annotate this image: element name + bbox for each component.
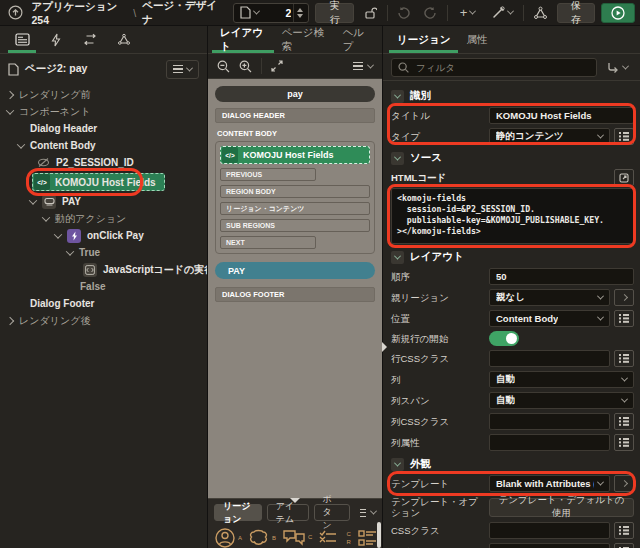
tab-region[interactable]: リージョン: [389, 26, 458, 53]
position-select[interactable]: Content Body: [489, 310, 610, 327]
sequence-input[interactable]: [489, 268, 634, 285]
html-code-textarea[interactable]: <komoju-fields session-id=&P2_SESSION_ID…: [391, 188, 634, 244]
canvas-pay-button[interactable]: PAY: [215, 262, 375, 279]
utilities-menu-button[interactable]: [487, 3, 517, 23]
shared-components-icon[interactable]: [530, 3, 551, 23]
page-number-input[interactable]: [259, 6, 293, 20]
css-classes-list-button[interactable]: [614, 522, 634, 539]
code-editor-popup-button[interactable]: [614, 169, 634, 186]
tree-item-pay-button[interactable]: PAY: [0, 193, 207, 210]
chevron-down-icon[interactable]: [367, 61, 374, 68]
undo-icon[interactable]: [393, 3, 414, 23]
chevron-right-icon[interactable]: [6, 90, 14, 98]
zoom-in-icon[interactable]: [239, 60, 252, 73]
tab-dynamic-actions[interactable]: [42, 26, 70, 53]
layout-slot-region-content[interactable]: リージョン・コンテンツ: [220, 202, 370, 215]
start-new-row-toggle[interactable]: [489, 331, 519, 346]
position-list-button[interactable]: [614, 310, 634, 327]
collapse-icon[interactable]: [391, 251, 404, 264]
tab-page-shared-components[interactable]: [110, 26, 138, 53]
template-defaults-button[interactable]: テンプレート・デフォルトの使用: [489, 498, 634, 517]
tab-processing[interactable]: [76, 26, 104, 53]
layout-slot-previous[interactable]: PREVIOUS: [220, 168, 316, 181]
gallery-splitter-handle[interactable]: [290, 498, 300, 503]
tree-item-p2-session-id[interactable]: P2_SESSION_ID: [0, 154, 207, 171]
canvas-dialog-footer[interactable]: DIALOG FOOTER: [215, 287, 375, 302]
upgrade-arrow-icon[interactable]: [5, 3, 26, 23]
gallery-item[interactable]: B: [248, 527, 276, 548]
lock-icon[interactable]: [360, 3, 381, 23]
page-finder-icon[interactable]: [236, 3, 254, 23]
icon-list-button[interactable]: [614, 543, 634, 548]
collapse-icon[interactable]: [391, 90, 404, 103]
section-identification[interactable]: 識別: [391, 89, 634, 103]
tree-item-components[interactable]: コンポーネント: [0, 103, 207, 120]
tree-item-dialog-footer[interactable]: Dialog Footer: [0, 295, 207, 312]
panel-splitter-handle[interactable]: [382, 342, 387, 352]
chevron-down-icon[interactable]: [17, 140, 25, 148]
go-to-group-button[interactable]: [603, 62, 632, 73]
collapse-icon[interactable]: [391, 458, 404, 471]
tree-menu-button[interactable]: [166, 60, 199, 79]
chevron-down-icon[interactable]: [6, 106, 14, 114]
row-css-list-button[interactable]: [614, 350, 634, 367]
chevron-down-icon[interactable]: [42, 213, 50, 221]
tab-help[interactable]: ヘルプ: [335, 26, 378, 53]
type-select[interactable]: 静的コンテンツ: [489, 128, 610, 145]
col-css-input[interactable]: [489, 413, 610, 430]
section-source[interactable]: ソース: [391, 151, 634, 165]
canvas-page-pill[interactable]: pay: [215, 86, 375, 102]
save-and-run-button[interactable]: [601, 3, 635, 23]
title-input[interactable]: [489, 107, 634, 124]
tree-item-true-branch[interactable]: True: [0, 244, 207, 261]
tree-item-dialog-header[interactable]: Dialog Header: [0, 120, 207, 137]
template-go-button[interactable]: [614, 475, 634, 492]
col-span-select[interactable]: 自動: [489, 392, 634, 409]
collapse-icon[interactable]: [391, 152, 404, 165]
gallery-tab-buttons[interactable]: ボタン: [314, 504, 350, 521]
section-appearance[interactable]: 外観: [391, 457, 634, 471]
column-select[interactable]: 自動: [489, 371, 634, 388]
tab-attributes[interactable]: 属性: [458, 26, 495, 53]
layout-slot-region-body[interactable]: REGION BODY: [220, 185, 370, 198]
gallery-tab-regions[interactable]: リージョン: [214, 504, 262, 521]
col-attributes-list-button[interactable]: [614, 434, 634, 451]
selected-tree-node[interactable]: </> KOMOJU Host Fields: [32, 173, 165, 191]
tree-item-content-body[interactable]: Content Body: [0, 137, 207, 154]
tree-item-post-rendering[interactable]: レンダリング後: [0, 312, 207, 329]
save-button[interactable]: 保存: [557, 3, 596, 23]
section-layout[interactable]: レイアウト: [391, 250, 634, 264]
page-number-stepper[interactable]: [293, 4, 306, 22]
tree-item-komoju-host-fields[interactable]: </> KOMOJU Host Fields: [0, 171, 207, 193]
tab-rendering-tree[interactable]: [8, 26, 36, 53]
chevron-down-icon[interactable]: [370, 508, 377, 515]
layout-slot-sub-regions[interactable]: SUB REGIONS: [220, 219, 370, 232]
layout-menu-icon[interactable]: [353, 62, 363, 70]
type-list-button[interactable]: [614, 128, 634, 145]
parent-region-go-button[interactable]: [614, 289, 634, 306]
chevron-down-icon[interactable]: [54, 230, 62, 238]
chevron-down-icon[interactable]: [66, 247, 74, 255]
row-css-input[interactable]: [489, 350, 610, 367]
canvas-dialog-header[interactable]: DIALOG HEADER: [215, 108, 375, 123]
breadcrumb-app-name[interactable]: アプリケーション254: [32, 0, 128, 26]
scrollbar[interactable]: [377, 522, 381, 548]
template-select[interactable]: Blank with Attributes (No Grid): [489, 475, 610, 492]
tree-item-execute-js[interactable]: JavaScriptコードの実行: [0, 261, 207, 278]
zoom-out-icon[interactable]: [217, 60, 230, 73]
chevron-right-icon[interactable]: [6, 316, 14, 324]
tab-layout[interactable]: レイアウト: [212, 26, 274, 53]
parent-region-select[interactable]: 親なし: [489, 289, 610, 306]
gallery-item[interactable]: C: [282, 527, 312, 547]
redo-icon[interactable]: [420, 3, 441, 23]
tree-item-false-branch[interactable]: False: [0, 278, 207, 295]
filter-searchbox[interactable]: [391, 58, 597, 77]
gallery-menu-icon[interactable]: [360, 509, 366, 517]
create-menu-button[interactable]: +: [453, 3, 481, 23]
col-css-list-button[interactable]: [614, 413, 634, 430]
tree-item-pre-rendering[interactable]: レンダリング前: [0, 86, 207, 103]
tab-page-search[interactable]: ページ検索: [274, 26, 335, 53]
filter-input[interactable]: [414, 61, 590, 74]
run-page-button[interactable]: 実行: [315, 3, 354, 23]
icon-input[interactable]: [489, 543, 610, 548]
